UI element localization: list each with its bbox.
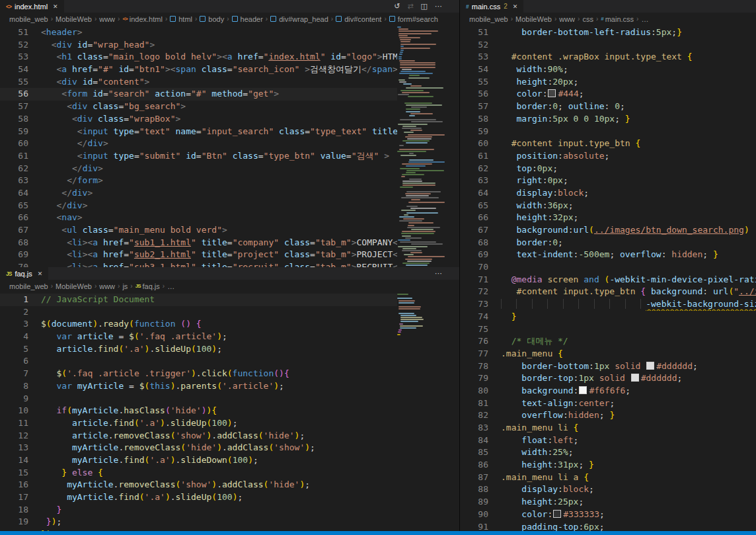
close-icon[interactable]: ✕ bbox=[513, 3, 518, 10]
code-line: 55 height:20px; bbox=[460, 76, 756, 89]
tab-label: index.html bbox=[15, 3, 48, 11]
code-line: 51<header> bbox=[0, 26, 459, 39]
code-line: 53 <h1 class="main_logo bold helv"><a hr… bbox=[0, 51, 459, 63]
html-file-icon: <> bbox=[6, 3, 11, 10]
code-line: 59 bbox=[460, 126, 756, 138]
code-line: 76 /* 대메뉴 */ bbox=[460, 335, 756, 348]
breadcrumb[interactable]: mobile_web›MobileWeb›www›css›#main.css›… bbox=[460, 13, 756, 25]
breadcrumb[interactable]: mobile_web›MobileWeb›www›<>index.html›ht… bbox=[0, 13, 459, 25]
code-line: 89 height:25px; bbox=[460, 496, 756, 509]
breadcrumb-item[interactable]: body bbox=[200, 15, 224, 23]
code-editor[interactable]: 51<header>52 <div id="wrap_head">53 <h1 … bbox=[0, 25, 459, 267]
tab-faq-js[interactable]: JS faq.js ✕ bbox=[0, 267, 48, 280]
breadcrumb-separator: › bbox=[118, 282, 120, 290]
code-line: 10 if(myArticle.hasClass('hide')){ bbox=[0, 405, 459, 417]
code-line: 59 <input type="text" name="input_search… bbox=[0, 126, 459, 138]
history-icon[interactable]: ↺ bbox=[394, 2, 400, 11]
breadcrumb-item[interactable]: MobileWeb bbox=[56, 282, 92, 290]
more-actions-icon[interactable]: ⋯ bbox=[435, 269, 442, 278]
breadcrumb-separator: › bbox=[163, 282, 165, 290]
code-line: 62 </div> bbox=[0, 163, 459, 175]
split-editor-icon[interactable]: ◫ bbox=[421, 2, 428, 11]
code-line: 17 myArticle.find('.a').slideUp(100); bbox=[0, 491, 459, 504]
breadcrumb-item[interactable]: www bbox=[99, 15, 115, 23]
css-file-icon: # bbox=[466, 3, 469, 10]
breadcrumb-item[interactable]: MobileWeb bbox=[515, 15, 552, 23]
breadcrumb-item[interactable]: div#wrap_head bbox=[270, 15, 328, 23]
html-file-icon: <> bbox=[122, 16, 127, 22]
editor-group-left: <> index.html ✕ ↺⇄◫⋯ mobile_web›MobileWe… bbox=[0, 0, 460, 531]
code-line: 11 article.find('.a').slideUp(100); bbox=[0, 417, 459, 430]
close-icon[interactable]: ✕ bbox=[38, 270, 43, 277]
tab-index-html[interactable]: <> index.html ✕ bbox=[0, 0, 64, 13]
breadcrumb-separator: › bbox=[596, 15, 598, 22]
code-line: 54 width:90%; bbox=[460, 63, 756, 76]
breadcrumb-item[interactable]: JSfaq.js bbox=[135, 282, 160, 290]
breadcrumb-item[interactable]: css bbox=[582, 15, 593, 23]
breadcrumb-item[interactable]: www bbox=[99, 282, 115, 290]
minimap[interactable] bbox=[397, 25, 459, 267]
code-line: 68 <li><a href="sub1_1.html" title="comp… bbox=[0, 237, 459, 249]
code-line: 57 border:0; outline: 0; bbox=[460, 101, 756, 113]
code-line: 13 myArticle.removeClass('hide').addClas… bbox=[0, 442, 459, 454]
breadcrumb-item[interactable]: header bbox=[232, 15, 263, 23]
code-line: 70 bbox=[460, 261, 756, 274]
code-editor[interactable]: 1// JavaScript Document23$(document).rea… bbox=[0, 292, 459, 531]
code-line: 82 overflow:hidden; } bbox=[460, 409, 756, 422]
code-line: 83.main_menu li { bbox=[460, 422, 756, 434]
code-line: 4 var article = $('.faq .article'); bbox=[0, 331, 459, 343]
breadcrumb-separator: › bbox=[266, 15, 268, 22]
code-line: 84 float:left; bbox=[460, 434, 756, 447]
code-editor[interactable]: 51 border-bottom-left-radius:5px;}5253 #… bbox=[460, 25, 756, 531]
symbol-icon bbox=[170, 16, 176, 22]
tab-label: main.css bbox=[472, 3, 500, 11]
code-line: 6 bbox=[0, 355, 459, 368]
editor-actions: ⋯ bbox=[435, 267, 459, 280]
code-line: 64 </div> bbox=[0, 187, 459, 200]
breadcrumb-item[interactable]: … bbox=[167, 282, 174, 290]
code-line: 88 display:block; bbox=[460, 483, 756, 496]
breadcrumb-item[interactable]: mobile_web bbox=[9, 15, 48, 23]
breadcrumb-item[interactable]: mobile_web bbox=[9, 282, 48, 290]
code-line: 81 text-align:center; bbox=[460, 397, 756, 410]
code-line: 74 } bbox=[460, 311, 756, 323]
symbol-icon bbox=[336, 16, 342, 22]
breadcrumb-separator: › bbox=[384, 15, 386, 22]
breadcrumb-item[interactable]: … bbox=[641, 15, 648, 23]
breadcrumb-item[interactable]: <>index.html bbox=[122, 15, 162, 23]
close-icon[interactable]: ✕ bbox=[53, 3, 58, 10]
breadcrumb[interactable]: mobile_web›MobileWeb›www›js›JSfaq.js›… bbox=[0, 280, 459, 292]
code-line: 1// JavaScript Document bbox=[0, 294, 459, 306]
code-line: 57 <div class="bg_search"> bbox=[0, 101, 459, 113]
code-line: 61 position:absolute; bbox=[460, 150, 756, 163]
breadcrumb-item[interactable]: mobile_web bbox=[469, 15, 508, 23]
tab-main-css[interactable]: # main.css 2 ✕ bbox=[460, 0, 523, 13]
status-bar[interactable] bbox=[0, 531, 756, 535]
breadcrumb-item[interactable]: div#content bbox=[336, 15, 381, 23]
code-line: 5 article.find('.a').slideUp(100); bbox=[0, 343, 459, 356]
open-changes-icon[interactable]: ⇄ bbox=[407, 2, 413, 11]
breadcrumb-separator: › bbox=[195, 15, 197, 22]
code-line: 7 $('.faq .article .trigger').click(func… bbox=[0, 368, 459, 380]
code-line: 67 <ul class="main_menu bold verd"> bbox=[0, 224, 459, 237]
code-line: 58 margin:5px 0 0 10px; } bbox=[460, 113, 756, 126]
tab-bar: # main.css 2 ✕ bbox=[460, 0, 756, 13]
vscode-workbench: <> index.html ✕ ↺⇄◫⋯ mobile_web›MobileWe… bbox=[0, 0, 756, 531]
breadcrumb-item[interactable]: MobileWeb bbox=[56, 15, 92, 23]
code-line: 87.main_menu li a { bbox=[460, 472, 756, 484]
breadcrumb-item[interactable]: form#search bbox=[389, 15, 438, 23]
breadcrumb-item[interactable]: #main.css bbox=[601, 15, 634, 23]
js-file-icon: JS bbox=[135, 283, 141, 289]
code-line: 9 bbox=[0, 393, 459, 405]
breadcrumb-item[interactable]: www bbox=[559, 15, 575, 23]
minimap[interactable] bbox=[397, 292, 459, 531]
editor-pane-main-css: # main.css 2 ✕ mobile_web›MobileWeb›www›… bbox=[460, 0, 756, 531]
breadcrumb-item[interactable]: html bbox=[170, 15, 192, 23]
breadcrumb-item[interactable]: js bbox=[122, 282, 128, 290]
code-line: 69 text-indent:-500em; overflow: hidden;… bbox=[460, 249, 756, 261]
more-actions-icon[interactable]: ⋯ bbox=[435, 2, 442, 11]
symbol-icon bbox=[270, 16, 276, 22]
breadcrumb-separator: › bbox=[165, 15, 167, 22]
code-lines: 51<header>52 <div id="wrap_head">53 <h1 … bbox=[0, 26, 459, 267]
breadcrumb-separator: › bbox=[227, 15, 229, 22]
